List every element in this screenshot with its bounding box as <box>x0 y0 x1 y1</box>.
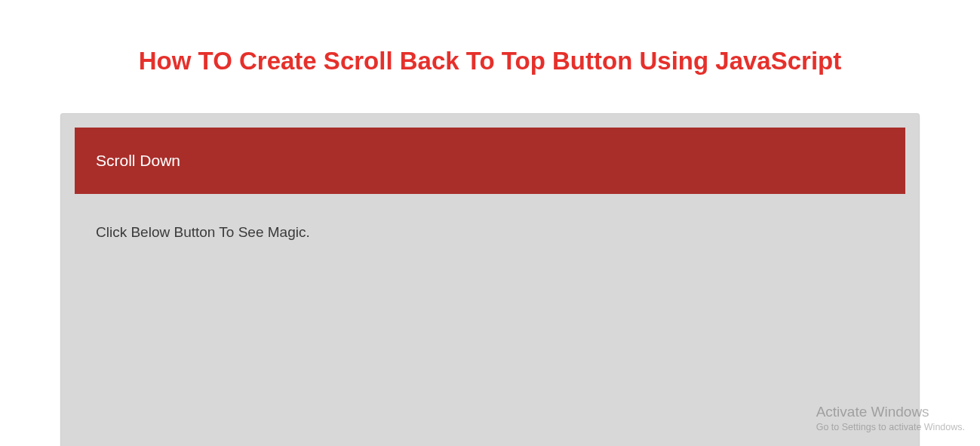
page-title: How TO Create Scroll Back To Top Button … <box>0 47 980 75</box>
panel-header: Scroll Down <box>75 128 905 194</box>
windows-activation-watermark: Activate Windows Go to Settings to activ… <box>816 404 965 432</box>
demo-panel: Scroll Down Click Below Button To See Ma… <box>60 113 920 446</box>
watermark-subtitle: Go to Settings to activate Windows. <box>816 422 965 432</box>
panel-body-text: Click Below Button To See Magic. <box>75 194 905 241</box>
watermark-title: Activate Windows <box>816 404 965 420</box>
